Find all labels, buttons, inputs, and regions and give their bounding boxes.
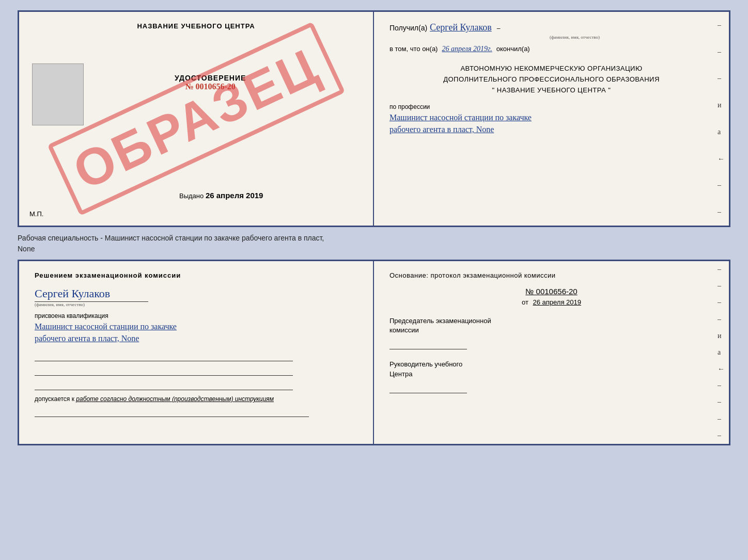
top-right-panel: Получил(а) Сергей Кулаков – (фамилия, им… [374, 12, 729, 226]
top-left-title: НАЗВАНИЕ УЧЕБНОГО ЦЕНТРА [137, 22, 255, 30]
name-sublabel: (фамилия, имя, отчество) [436, 35, 713, 40]
bottom-left-panel: Решением экзаменационной комиссии Сергей… [19, 261, 374, 444]
sig-line-bottom [35, 407, 309, 417]
caption-block: Рабочая специальность - Машинист насосно… [18, 231, 730, 255]
sig-line-3 [35, 380, 293, 390]
caption-text-1: Рабочая специальность - Машинист насосно… [18, 234, 730, 242]
vudano-label: Выдано [179, 192, 204, 200]
obrazets-stamp: ОБРАЗЕЦ [47, 22, 345, 216]
ot-date: от 26 апреля 2019 [389, 298, 713, 306]
top-left-panel: НАЗВАНИЕ УЧЕБНОГО ЦЕНТРА УДОСТОВЕРЕНИЕ №… [19, 12, 374, 226]
bottom-fio-label: (фамилия, имя, отчество) [35, 301, 148, 307]
udostoverenie-title: УДОСТОВЕРЕНИЕ [175, 74, 246, 82]
sig-line-1 [35, 351, 293, 361]
commission-title: Решением экзаменационной комиссии [35, 271, 357, 279]
person-name-large: Сергей Кулаков [35, 287, 357, 300]
main-line1: АВТОНОМНУЮ НЕКОММЕРЧЕСКУЮ ОРГАНИЗАЦИЮ [389, 63, 713, 74]
допускается-text: допускается к работе согласно должностны… [35, 395, 357, 403]
received-name: Сергей Кулаков [430, 22, 492, 33]
mp-line: М.П. [29, 210, 43, 218]
допускается-prefix: допускается к [35, 395, 74, 403]
photo-placeholder [32, 63, 84, 125]
date-suffix: окончил(а) [496, 45, 530, 53]
received-label: Получил(а) [389, 24, 427, 32]
profession-label: по профессии [389, 103, 713, 110]
rukovoditel-sig-line [389, 383, 467, 393]
main-line2: ДОПОЛНИТЕЛЬНОГО ПРОФЕССИОНАЛЬНОГО ОБРАЗО… [389, 74, 713, 85]
sig-line-2 [35, 365, 293, 376]
rukovoditel-text: Руководитель учебного Центра [389, 360, 713, 393]
vudano-line: Выдано 26 апреля 2019 [179, 191, 263, 200]
date-value: 26 апреля 2019г. [442, 45, 492, 53]
bottom-certificate: Решением экзаменационной комиссии Сергей… [18, 260, 730, 445]
udostoverenie-block: УДОСТОВЕРЕНИЕ № 0010656-20 [175, 74, 246, 91]
ot-date-value: 26 апреля 2019 [533, 298, 582, 306]
bottom-right-panel: Основание: протокол экзаменационной коми… [374, 261, 729, 444]
rukovoditel-line2: Центра [389, 370, 713, 379]
qualification-line1: Машинист насосной станции по закачке [35, 322, 357, 331]
document-container: НАЗВАНИЕ УЧЕБНОГО ЦЕНТРА УДОСТОВЕРЕНИЕ №… [18, 10, 730, 445]
rukovoditel-line1: Руководитель учебного [389, 360, 713, 369]
side-dashes-top: – – – и а ← – – [718, 12, 725, 226]
predsedatel-sig-line [389, 339, 467, 349]
bottom-sig-lines [35, 351, 357, 390]
main-text-block: АВТОНОМНУЮ НЕКОММЕРЧЕСКУЮ ОРГАНИЗАЦИЮ ДО… [389, 63, 713, 95]
protocol-number: № 0010656-20 [389, 287, 713, 296]
osnovaniye-text: Основание: протокол экзаменационной коми… [389, 271, 713, 279]
side-dashes-bottom: – – – – и а ← – – – – [718, 261, 725, 444]
assigned-text: присвоена квалификация [35, 312, 357, 319]
profession-line1: Машинист насосной станции по закачке [389, 113, 713, 122]
main-line3: " НАЗВАНИЕ УЧЕБНОГО ЦЕНТРА " [389, 85, 713, 96]
profession-line2: рабочего агента в пласт, None [389, 125, 713, 134]
predsedatel-line2: комиссии [389, 326, 713, 335]
date-prefix: в том, что он(а) [389, 45, 438, 53]
udostoverenie-number: № 0010656-20 [175, 82, 246, 91]
received-line: Получил(а) Сергей Кулаков – [389, 22, 713, 33]
top-certificate: НАЗВАНИЕ УЧЕБНОГО ЦЕНТРА УДОСТОВЕРЕНИЕ №… [18, 10, 730, 227]
caption-text-2: None [18, 245, 730, 253]
predsedatel-text: Председатель экзаменационной комиссии [389, 316, 713, 349]
date-line: в том, что он(а) 26 апреля 2019г. окончи… [389, 45, 713, 53]
qualification-line2: рабочего агента в пласт, None [35, 334, 357, 343]
predsedatel-line1: Председатель экзаменационной [389, 316, 713, 326]
допускается-italic: работе согласно должностным (производств… [76, 395, 274, 403]
ot-label: от [522, 298, 528, 306]
vudano-date: 26 апреля 2019 [206, 191, 263, 200]
dash-sep: – [497, 25, 501, 32]
name-sublabel-container: (фамилия, имя, отчество) [436, 35, 713, 40]
